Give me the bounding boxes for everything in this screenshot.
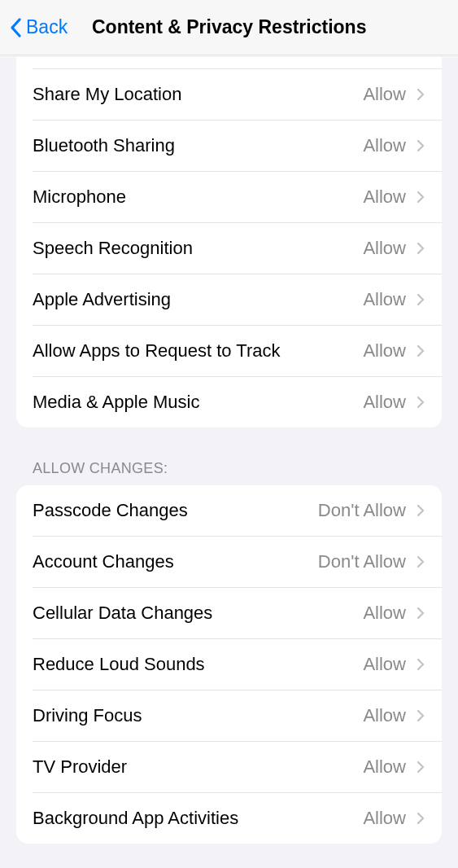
- row-cellular-data-changes[interactable]: Cellular Data Changes Allow: [16, 588, 442, 638]
- row-value: Allow: [363, 603, 406, 624]
- row-background-app-activities[interactable]: Background App Activities Allow: [16, 793, 442, 844]
- row-microphone[interactable]: Microphone Allow: [16, 172, 442, 222]
- row-driving-focus[interactable]: Driving Focus Allow: [16, 690, 442, 741]
- row-value: Allow: [363, 135, 406, 156]
- chevron-right-icon: [416, 503, 425, 518]
- row-value: Don't Allow: [318, 551, 406, 572]
- row-label: Account Changes: [33, 551, 174, 572]
- row-label: Share My Location: [33, 84, 181, 105]
- chevron-right-icon: [416, 344, 425, 358]
- allow-changes-section: Passcode Changes Don't Allow Account Cha…: [16, 485, 442, 844]
- chevron-left-icon: [8, 16, 23, 39]
- row-value: Allow: [363, 238, 406, 259]
- row-label: TV Provider: [33, 756, 127, 778]
- chevron-right-icon: [416, 395, 425, 410]
- row-value: Allow: [363, 756, 406, 778]
- chevron-right-icon: [416, 292, 425, 307]
- row-label: Microphone: [33, 186, 126, 208]
- row-value: Allow: [363, 84, 406, 105]
- row-speech-recognition[interactable]: Speech Recognition Allow: [16, 223, 442, 274]
- row-value: Don't Allow: [318, 500, 406, 521]
- chevron-right-icon: [416, 708, 425, 723]
- row-value: Allow: [363, 340, 406, 362]
- row-value: Allow: [363, 705, 406, 726]
- row-label: Allow Apps to Request to Track: [33, 340, 281, 362]
- row-label: Speech Recognition: [33, 238, 193, 259]
- row-label: Apple Advertising: [33, 289, 171, 310]
- row-account-changes[interactable]: Account Changes Don't Allow: [16, 537, 442, 587]
- chevron-right-icon: [416, 811, 425, 826]
- row-label: Passcode Changes: [33, 500, 188, 521]
- row-label: Cellular Data Changes: [33, 603, 212, 624]
- row-label: Media & Apple Music: [33, 392, 199, 413]
- row-label: Driving Focus: [33, 705, 142, 726]
- row-value: Allow: [363, 654, 406, 675]
- row-value: Allow: [363, 289, 406, 310]
- row-allow-apps-track[interactable]: Allow Apps to Request to Track Allow: [16, 326, 442, 376]
- row-value: Allow: [363, 392, 406, 413]
- chevron-right-icon: [416, 555, 425, 569]
- row-media-apple-music[interactable]: Media & Apple Music Allow: [16, 377, 442, 427]
- row-value: Allow: [363, 186, 406, 208]
- back-label: Back: [26, 16, 68, 38]
- page-title: Content & Privacy Restrictions: [92, 16, 366, 38]
- row-tv-provider[interactable]: TV Provider Allow: [16, 742, 442, 792]
- row-bluetooth-sharing[interactable]: Bluetooth Sharing Allow: [16, 121, 442, 171]
- privacy-section: Share My Location Allow Bluetooth Sharin…: [16, 57, 442, 427]
- allow-changes-header: Allow Changes:: [0, 427, 458, 485]
- chevron-right-icon: [416, 606, 425, 620]
- chevron-right-icon: [416, 190, 425, 204]
- row-label: Reduce Loud Sounds: [33, 654, 205, 675]
- row-share-my-location[interactable]: Share My Location Allow: [16, 69, 442, 120]
- back-button[interactable]: Back: [8, 16, 68, 39]
- navigation-bar: Back Content & Privacy Restrictions: [0, 0, 458, 55]
- row-value: Allow: [363, 808, 406, 829]
- row-passcode-changes[interactable]: Passcode Changes Don't Allow: [16, 485, 442, 536]
- chevron-right-icon: [416, 657, 425, 672]
- chevron-right-icon: [416, 87, 425, 102]
- row-apple-advertising[interactable]: Apple Advertising Allow: [16, 274, 442, 325]
- chevron-right-icon: [416, 138, 425, 153]
- chevron-right-icon: [416, 241, 425, 256]
- row-reduce-loud-sounds[interactable]: Reduce Loud Sounds Allow: [16, 639, 442, 690]
- content-area: Share My Location Allow Bluetooth Sharin…: [0, 55, 458, 844]
- row-label: Bluetooth Sharing: [33, 135, 175, 156]
- row-label: Background App Activities: [33, 808, 238, 829]
- chevron-right-icon: [416, 760, 425, 774]
